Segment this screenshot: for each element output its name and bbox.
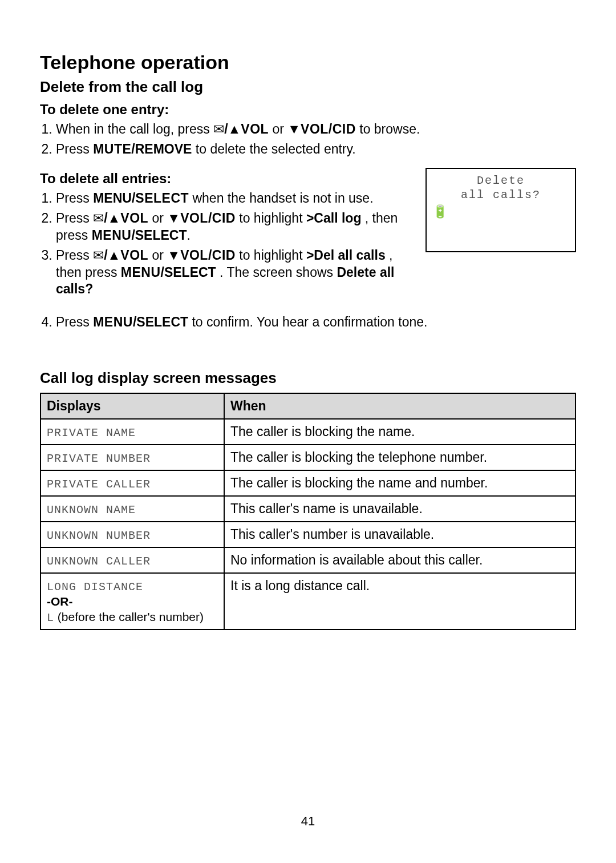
text: Press [56, 314, 93, 329]
key-menu-select: MENU/ [93, 191, 135, 205]
key-mute-remove: MUTE [93, 142, 131, 156]
when-value: This caller's number is unavailable. [224, 522, 576, 547]
key-mute-vol-up: ✉/▲VOL [213, 122, 269, 136]
text: when the handset is not in use. [192, 191, 373, 205]
lcd-line2: all calls? [432, 188, 569, 202]
text: Press [56, 191, 93, 205]
volcid-label: VOL/CID [301, 122, 356, 136]
step: Press ✉/▲VOL or ▼VOL/CID to highlight >C… [56, 210, 410, 244]
key-menu-select: MENU [92, 228, 132, 243]
key-mute-vol-up: ✉/▲VOL [93, 211, 148, 225]
steps-delete-one: When in the call log, press ✉/▲VOL or ▼V… [40, 121, 576, 158]
key-menu-select: MENU [93, 314, 133, 329]
display-value: UNKNOWN CALLER [47, 555, 151, 568]
or-text: -OR- [47, 595, 73, 608]
subheading-delete-all: To delete all entries: [40, 171, 410, 187]
step: Press MENU/SELECT to confirm. You hear a… [56, 314, 576, 330]
text: or [152, 211, 168, 225]
display-value: UNKNOWN NAME [47, 503, 136, 517]
text: Press [56, 211, 93, 225]
table-row: UNKNOWN NAME This caller's name is unava… [40, 496, 576, 522]
lcd-screen: Delete all calls? 🔋 [425, 168, 576, 252]
l-note: (before the caller's number) [54, 610, 204, 623]
vol-label: VOL [120, 248, 148, 263]
l-prefix: L [47, 611, 54, 624]
page-title: Telephone operation [40, 51, 576, 74]
key-menu-select: /SELECT [133, 314, 188, 329]
text: . The screen shows [220, 265, 337, 280]
battery-icon: 🔋 [432, 204, 448, 220]
vol-label: VOL [241, 122, 269, 136]
display-value: PRIVATE NUMBER [47, 452, 151, 465]
when-value: No information is available about this c… [224, 547, 576, 573]
text: to confirm. You hear a confirmation tone… [192, 314, 427, 329]
text: . [187, 228, 191, 243]
volcid-label: VOL/CID [180, 211, 236, 225]
manual-page: Telephone operation Delete from the call… [0, 0, 616, 630]
display-value: LONG DISTANCE [47, 580, 143, 594]
table-row: LONG DISTANCE -OR- L (before the caller'… [40, 573, 576, 630]
when-value: It is a long distance call. [224, 573, 576, 630]
col-displays: Displays [40, 393, 224, 419]
section-heading: Delete from the call log [40, 78, 576, 96]
vol-label: VOL [120, 211, 148, 225]
key-vol-down-cid: ▼VOL/CID [167, 248, 236, 263]
subheading-delete-one: To delete one entry: [40, 102, 576, 118]
key-mute-vol-up: ✉/▲VOL [93, 248, 148, 263]
text: to delete the selected entry. [196, 142, 356, 156]
when-value: The caller is blocking the name. [224, 419, 576, 445]
key-menu-select: /SELECT [161, 265, 216, 280]
steps-delete-all-cont: Press MENU/SELECT to confirm. You hear a… [40, 314, 576, 330]
table-row: PRIVATE NAME The caller is blocking the … [40, 419, 576, 445]
display-value: PRIVATE CALLER [47, 478, 151, 491]
col-when: When [224, 393, 576, 419]
table-row: PRIVATE NUMBER The caller is blocking th… [40, 445, 576, 470]
volcid-label: VOL/CID [180, 248, 236, 263]
key-menu-select: SELECT [135, 191, 189, 205]
when-value: The caller is blocking the name and numb… [224, 470, 576, 496]
display-value: PRIVATE NAME [47, 426, 136, 439]
text: to highlight [239, 211, 306, 225]
text: Press [56, 248, 93, 263]
lcd-line1: Delete [432, 174, 569, 188]
text: or [152, 248, 168, 263]
text: to browse. [359, 122, 420, 136]
highlight-target: >Del all calls [306, 248, 386, 263]
text: Press [56, 142, 93, 156]
step: Press ✉/▲VOL or ▼VOL/CID to highlight >D… [56, 247, 410, 297]
key-mute-remove: /REMOVE [131, 142, 192, 156]
text: When in the call log, press [56, 122, 213, 136]
section-heading-messages: Call log display screen messages [40, 369, 576, 387]
key-menu-select: /SELECT [131, 228, 187, 243]
step: Press MENU/SELECT when the handset is no… [56, 190, 410, 207]
table-row: PRIVATE CALLER The caller is blocking th… [40, 470, 576, 496]
key-vol-down-cid: ▼VOL/CID [287, 122, 356, 136]
display-value: UNKNOWN NUMBER [47, 529, 151, 542]
highlight-target: >Call log [306, 211, 362, 225]
steps-delete-all: Press MENU/SELECT when the handset is no… [40, 190, 410, 298]
table-row: UNKNOWN CALLER No information is availab… [40, 547, 576, 573]
when-value: This caller's name is unavailable. [224, 496, 576, 522]
key-vol-down-cid: ▼VOL/CID [167, 211, 236, 225]
text: or [272, 122, 287, 136]
messages-table: Displays When PRIVATE NAME The caller is… [40, 393, 576, 630]
table-row: UNKNOWN NUMBER This caller's number is u… [40, 522, 576, 547]
text: to highlight [239, 248, 306, 263]
when-value: The caller is blocking the telephone num… [224, 445, 576, 470]
key-menu-select: MENU [121, 265, 161, 280]
page-number: 41 [0, 814, 616, 829]
step: Press MUTE/REMOVE to delete the selected… [56, 141, 576, 158]
step: When in the call log, press ✉/▲VOL or ▼V… [56, 121, 576, 138]
